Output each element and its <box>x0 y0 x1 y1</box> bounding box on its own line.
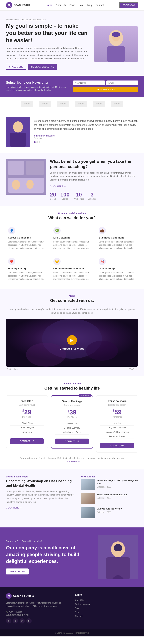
plan-group-name: Group Package <box>55 400 89 403</box>
newsletter-name-input[interactable] <box>73 80 105 85</box>
stat-stories: 100 Stories <box>60 192 69 200</box>
pricing-title: Getting started to healthy life <box>6 386 138 390</box>
service-community: 🤝 Community Engagement Lorem ipsum dolor… <box>51 256 93 283</box>
service-business-desc: Lorem ipsum dolor sit amet, consectetur … <box>99 240 136 250</box>
plan-group-price: $39 <box>55 409 89 416</box>
nav-contact[interactable]: Contact <box>95 4 104 6</box>
nav-blog[interactable]: Blog <box>87 4 92 6</box>
footer-link-contact[interactable]: Contact <box>75 615 138 617</box>
video-play-area: ▶ Choose ▶ ur video <box>60 335 85 350</box>
book-consulting-button[interactable]: BOOK A CONSULTING <box>28 64 57 70</box>
nav-page[interactable]: Page <box>69 4 75 6</box>
video-player[interactable]: ▶ Choose ▶ ur video <box>6 319 138 367</box>
stat-clients-number: 20 <box>50 192 56 198</box>
newsletter-text: Subscribe to our Newsletter Lorem ipsum … <box>6 81 69 92</box>
blog-title-2: These exercises will help you <box>97 493 138 496</box>
footer-brand-name: Coach-kit Studio <box>13 594 34 597</box>
logo[interactable]: COACHES KIT <box>6 2 30 8</box>
twitter-icon[interactable]: t <box>13 618 18 624</box>
life-icon: 🌿 <box>53 227 61 234</box>
footer-description: Lorem ipsum dolor sit amet, consectetur … <box>6 601 69 608</box>
plan-free-currency: $ <box>22 409 24 412</box>
footer-email: ✉ INFO@COACHKIT.CC <box>6 614 69 616</box>
blog-item-2: These exercises will help you October 1,… <box>81 493 138 504</box>
footer-links-column: Links About Us Online Learning Post Blog… <box>75 593 138 624</box>
nav-home[interactable]: Home <box>46 4 52 6</box>
dot-3[interactable] <box>39 141 40 143</box>
goals-icon: 🎯 <box>99 258 106 265</box>
testimonial-section: Lorem ipsum is simply dummy text of the … <box>0 111 144 153</box>
youtube-icon[interactable]: ▶ <box>26 618 32 624</box>
footer-link-learning[interactable]: Online Learning <box>75 603 138 605</box>
career-icon: 👤 <box>8 227 15 234</box>
benefit-link[interactable]: CLICK HERE → <box>50 185 66 188</box>
plan-group-badge: 10% More <box>79 394 91 397</box>
plan-free-button[interactable]: CONTACT US <box>10 438 44 444</box>
svg-point-22 <box>8 594 10 596</box>
svg-point-17 <box>86 341 118 361</box>
plan-personal-period: Per Month <box>100 416 134 418</box>
stat-clients: 20 Clients <box>50 192 56 200</box>
testimonial-content: Lorem ipsum is simply dummy text of the … <box>34 117 138 143</box>
partner-logo-4: LOGO <box>75 101 87 107</box>
plans-container: Free Plan Best for individual $29 Per Mo… <box>6 395 138 452</box>
dot-2[interactable] <box>36 141 38 143</box>
service-community-desc: Lorem ipsum dolor sit amet, consectetur … <box>53 271 91 281</box>
blog-date-1: October 1, 2020 <box>97 486 138 488</box>
events-link[interactable]: CLICK HERE → <box>6 506 22 509</box>
pricing-tag: Choose Your Plan <box>6 382 138 385</box>
footer-link-about[interactable]: About Us <box>75 599 138 601</box>
testimonial-author: Finnear Finkapers <box>34 134 138 137</box>
blog-date-3: October 1, 2020 <box>97 511 138 513</box>
health-icon: ❤️ <box>8 258 15 265</box>
blog-title-1: Here are 5 ways to help you strengthen y… <box>97 479 138 485</box>
blogs-column: News & Blogs Here are 5 ways to help you… <box>81 476 138 522</box>
nav-about[interactable]: About Us <box>56 4 66 6</box>
dot-1[interactable] <box>34 141 36 143</box>
svg-point-21 <box>114 544 122 551</box>
book-now-button[interactable]: BOOK NOW <box>119 2 138 8</box>
blog-content-2: These exercises will help you October 1,… <box>97 493 138 499</box>
plan-free-period: Per Month <box>10 416 44 418</box>
nav-post[interactable]: Post <box>79 4 83 6</box>
footer-cta-title: Our company is a collective of amazing p… <box>6 544 94 564</box>
testimonial-image <box>6 117 30 147</box>
hero-title: My goal is simple - to make you better s… <box>6 22 90 44</box>
pricing-footer-link[interactable]: CLICK HERE → <box>64 460 80 463</box>
stat-service: 10 Yrs Service <box>74 192 84 200</box>
partner-logos: LOGO LOGO LOGO LOGO LOGO LOGO <box>0 97 144 111</box>
stat-service-label: Yrs Service <box>74 198 84 200</box>
newsletter-form: BE SUBSCRIBED <box>73 80 138 92</box>
plan-group-button[interactable]: CONTACT US <box>55 438 89 444</box>
plan-group-features: 2 Weeks Class 2 Hours Everyday Individua… <box>55 422 89 434</box>
subscribe-button[interactable]: BE SUBSCRIBED <box>73 87 138 92</box>
plan-personal-button[interactable]: CONTACT US <box>100 443 134 448</box>
plan-free-sub: Best for individual <box>10 404 44 406</box>
service-career-desc: Lorem ipsum dolor sit amet, consectetur … <box>8 240 45 250</box>
footer-link-post[interactable]: Post <box>75 607 138 609</box>
svg-point-4 <box>112 32 120 37</box>
hero-section: Andrew Stone > Certified Professional Co… <box>0 10 144 76</box>
blog-image-2 <box>81 493 95 504</box>
plan-free: Free Plan Best for individual $29 Per Mo… <box>6 395 48 448</box>
benefit-content: What benefit do you get when you take th… <box>50 159 138 200</box>
facebook-icon[interactable]: f <box>6 618 11 624</box>
plan-free-features: 1 Week Class 1 Hour Everyday Group Only <box>10 421 44 434</box>
partner-logo-3: LOGO <box>57 101 69 107</box>
svg-rect-9 <box>8 161 24 175</box>
show-more-button[interactable]: SHOW MORE <box>6 64 26 70</box>
footer-links-title: Links <box>75 593 138 596</box>
play-button[interactable]: ▶ <box>67 335 77 345</box>
media-tag: Media <box>6 295 138 297</box>
events-tag: Events & Workshops <box>6 476 75 478</box>
benefit-image <box>6 159 46 195</box>
blog-content-1: Here are 5 ways to help you strengthen y… <box>97 479 138 488</box>
footer-link-blog[interactable]: Blog <box>75 611 138 613</box>
blog-item-3: Can you rule the world? October 1, 2020 <box>81 507 138 518</box>
instagram-icon[interactable]: in <box>20 618 25 624</box>
svg-point-6 <box>13 121 23 132</box>
newsletter-email-input[interactable] <box>106 80 138 85</box>
get-started-button[interactable]: GET STARTED <box>6 568 29 574</box>
video-footer: Featured on YouTube <box>6 368 138 370</box>
newsletter-description: Lorem ipsum dolor sit amet, consectetur … <box>6 86 69 92</box>
